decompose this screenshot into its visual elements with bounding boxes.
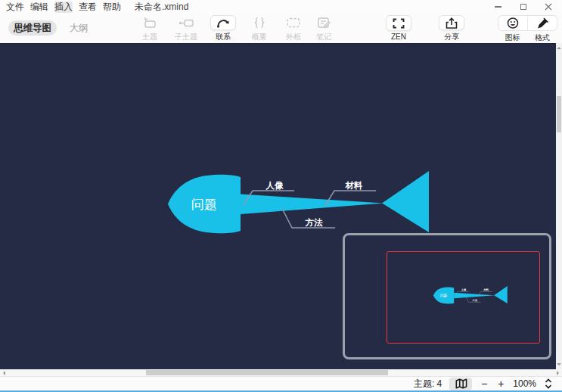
marker-label: 图标 [498, 33, 527, 43]
summary-label: 概要 [252, 32, 267, 42]
zen-button[interactable]: ZEN [380, 15, 417, 42]
subtopic-button[interactable]: 子主题 [168, 15, 204, 42]
share-button[interactable]: 分享 [433, 15, 470, 42]
close-icon [545, 3, 552, 11]
share-icon [443, 16, 460, 30]
boundary-icon [285, 15, 302, 30]
zoom-level[interactable]: 100% [513, 378, 536, 389]
summary-icon [251, 15, 268, 30]
zoom-in-button[interactable]: + [496, 378, 505, 389]
scroll-left-icon[interactable] [1, 371, 5, 375]
minimap-toggle-icon [454, 378, 468, 390]
zen-icon [390, 17, 407, 30]
boundary-label: 外框 [286, 32, 301, 42]
menu-insert[interactable]: 插入 [54, 2, 73, 13]
marker-button[interactable] [498, 16, 527, 30]
tab-outline[interactable]: 大纲 [65, 20, 92, 36]
toolbar: 思维导图 大纲 主题 子主题 [0, 14, 562, 43]
horizontal-scroll-thumb[interactable] [146, 370, 388, 375]
marker-format-group [498, 15, 557, 31]
scroll-right-icon[interactable] [557, 371, 561, 375]
fishbone-diagram: 问题 人像 材料 方法 [163, 169, 435, 237]
format-label: 格式 [527, 33, 557, 43]
mindmap-canvas[interactable]: 问题 人像 材料 方法 [0, 43, 556, 369]
vertical-scrollbar[interactable] [556, 43, 562, 369]
notes-button[interactable]: 笔记 [306, 15, 342, 42]
minimap-fishbone [432, 285, 509, 305]
topic-count: 主题: 4 [414, 378, 442, 390]
menu-view[interactable]: 查看 [79, 2, 97, 13]
tab-mindmap[interactable]: 思维导图 [8, 20, 57, 36]
window-controls [486, 0, 560, 14]
marker-icon [505, 16, 520, 30]
share-label: 分享 [444, 32, 459, 42]
horizontal-scrollbar[interactable] [0, 369, 562, 376]
relationship-label: 联系 [216, 32, 231, 42]
minimize-button[interactable] [486, 0, 511, 14]
minimize-icon [495, 6, 501, 8]
menu-file[interactable]: 文件 [6, 2, 24, 13]
subtopic-icon [178, 15, 194, 30]
fit-zoom-button[interactable] [544, 378, 553, 390]
notes-label: 笔记 [316, 32, 331, 42]
scroll-up-icon[interactable] [557, 45, 561, 49]
minimap-toggle-button[interactable] [449, 378, 472, 390]
topic-button[interactable]: 主题 [132, 15, 168, 42]
topic-icon [141, 15, 158, 30]
close-button[interactable] [536, 0, 560, 14]
fit-zoom-icon [544, 378, 553, 390]
status-bar: 主题: 4 − + 100% [0, 376, 562, 390]
format-icon [535, 16, 550, 30]
zoom-out-button[interactable]: − [480, 378, 489, 389]
menu-bar: 文件 编辑 插入 查看 帮助 未命名.xmind [0, 0, 562, 14]
summary-button[interactable]: 概要 [241, 15, 278, 42]
format-button[interactable] [527, 16, 557, 30]
maximize-button[interactable] [511, 0, 536, 14]
vertical-scroll-thumb[interactable] [557, 96, 561, 132]
maximize-icon [520, 4, 526, 10]
scroll-down-icon[interactable] [557, 363, 561, 368]
notes-icon [315, 15, 332, 30]
relationship-icon [215, 16, 231, 30]
zen-label: ZEN [391, 33, 406, 41]
topic-label: 主题 [142, 32, 157, 42]
subtopic-label: 子主题 [175, 32, 197, 42]
relationship-button[interactable]: 联系 [205, 15, 241, 42]
document-title: 未命名.xmind [135, 1, 188, 14]
minimap-panel[interactable] [343, 233, 551, 359]
menu-help[interactable]: 帮助 [103, 2, 121, 13]
menu-edit[interactable]: 编辑 [30, 2, 48, 13]
